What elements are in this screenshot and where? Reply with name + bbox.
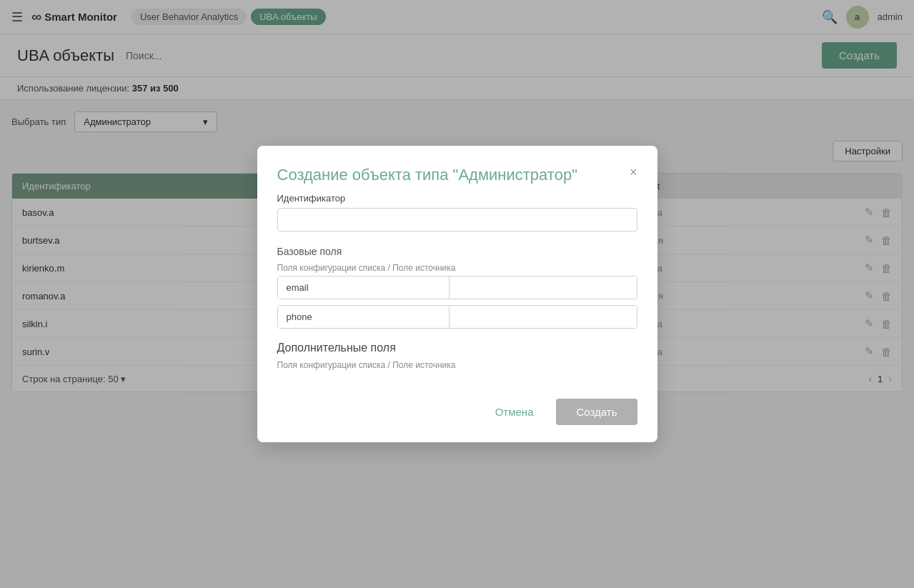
field-input-phone[interactable] bbox=[449, 306, 636, 328]
additional-fields-header: Поля конфигурации списка / Поле источник… bbox=[277, 360, 637, 370]
base-fields-container: email phone bbox=[277, 276, 637, 329]
field-label: email bbox=[278, 276, 450, 299]
field-row: phone bbox=[277, 305, 637, 329]
modal-overlay: Создание объекта типа "Администратор" × … bbox=[0, 0, 914, 404]
modal-body: Идентификатор Базовые поля Поля конфигур… bbox=[257, 193, 657, 390]
fields-header: Поля конфигурации списка / Поле источник… bbox=[277, 263, 637, 273]
fields-config-label: Поля конфигурации списка / Поле источник… bbox=[277, 263, 637, 273]
additional-fields-config-label: Поля конфигурации списка / Поле источник… bbox=[277, 360, 637, 370]
modal-header: Создание объекта типа "Администратор" × bbox=[257, 146, 657, 193]
field-label: phone bbox=[278, 306, 450, 328]
cancel-button[interactable]: Отмена bbox=[484, 400, 545, 404]
additional-fields-title: Дополнительные поля bbox=[277, 342, 637, 354]
base-fields-title: Базовые поля bbox=[277, 246, 637, 257]
identifier-input[interactable] bbox=[277, 208, 637, 231]
modal-title: Создание объекта типа "Администратор" bbox=[277, 166, 577, 184]
field-input-email[interactable] bbox=[449, 276, 636, 299]
modal-footer: Отмена Создать bbox=[257, 390, 657, 404]
modal: Создание объекта типа "Администратор" × … bbox=[257, 146, 657, 404]
identifier-label: Идентификатор bbox=[277, 193, 637, 204]
modal-create-button[interactable]: Создать bbox=[556, 399, 637, 404]
field-row: email bbox=[277, 276, 637, 299]
modal-close-button[interactable]: × bbox=[630, 166, 637, 179]
